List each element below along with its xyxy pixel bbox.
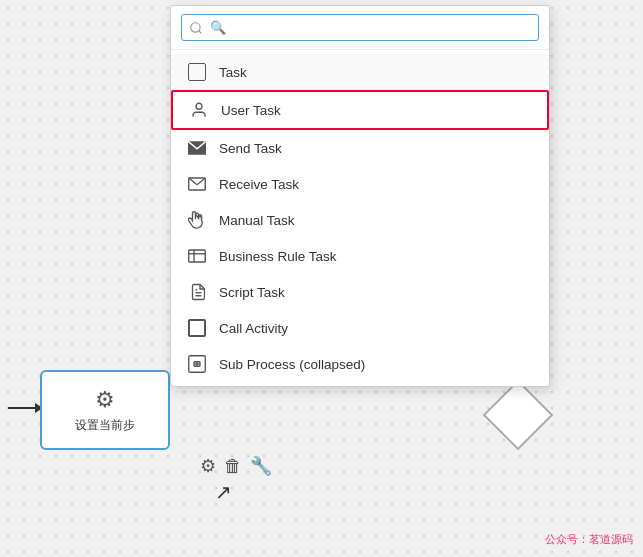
menu-item-business-rule[interactable]: Business Rule Task (171, 238, 549, 274)
manual-task-label: Manual Task (219, 213, 533, 228)
business-rule-icon (187, 246, 207, 266)
arrow-bottom: ↗ (215, 480, 232, 504)
manual-task-icon (187, 210, 207, 230)
call-activity-label: Call Activity (219, 321, 533, 336)
menu-item-send-task[interactable]: Send Task (171, 130, 549, 166)
task-type-dropdown: Task User Task Send Task (170, 5, 550, 387)
menu-item-task[interactable]: Task (171, 54, 549, 90)
arrow-left (8, 407, 42, 409)
task-icon (187, 62, 207, 82)
menu-item-sub-process[interactable]: Sub Process (collapsed) (171, 346, 549, 382)
task-label: Task (219, 65, 533, 80)
canvas-node[interactable]: ⚙ 设置当前步 (40, 370, 170, 450)
toolbar-icons: ⚙ 🗑 🔧 (200, 455, 272, 477)
user-task-icon (189, 100, 209, 120)
receive-task-label: Receive Task (219, 177, 533, 192)
receive-task-icon (187, 174, 207, 194)
user-task-label: User Task (221, 103, 531, 118)
search-input[interactable] (181, 14, 539, 41)
svg-point-0 (196, 103, 202, 109)
menu-list: Task User Task Send Task (171, 50, 549, 386)
script-task-label: Script Task (219, 285, 533, 300)
sub-process-label: Sub Process (collapsed) (219, 357, 533, 372)
settings-icon[interactable]: ⚙ (200, 455, 216, 477)
call-activity-icon (187, 318, 207, 338)
menu-item-call-activity[interactable]: Call Activity (171, 310, 549, 346)
gear-icon: ⚙ (95, 387, 115, 413)
menu-item-receive-task[interactable]: Receive Task (171, 166, 549, 202)
node-label: 设置当前步 (75, 417, 135, 434)
watermark: 公众号：茗道源码 (545, 532, 633, 547)
svg-rect-2 (189, 250, 206, 262)
wrench-icon[interactable]: 🔧 (250, 455, 272, 477)
search-box (171, 6, 549, 50)
sub-process-icon (187, 354, 207, 374)
send-task-icon (187, 138, 207, 158)
menu-item-user-task[interactable]: User Task (171, 90, 549, 130)
delete-icon[interactable]: 🗑 (224, 456, 242, 477)
script-task-icon (187, 282, 207, 302)
menu-item-script-task[interactable]: Script Task (171, 274, 549, 310)
send-task-label: Send Task (219, 141, 533, 156)
business-rule-label: Business Rule Task (219, 249, 533, 264)
menu-item-manual-task[interactable]: Manual Task (171, 202, 549, 238)
